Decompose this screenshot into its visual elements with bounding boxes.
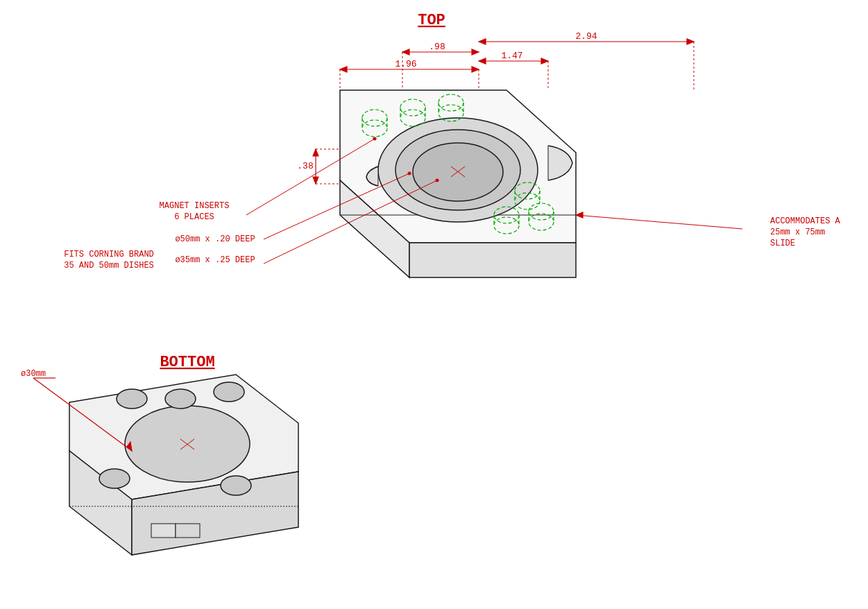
- svg-marker-37: [472, 67, 479, 72]
- svg-point-71: [214, 382, 244, 402]
- svg-line-63: [576, 215, 742, 229]
- svg-rect-75: [151, 524, 176, 538]
- svg-marker-50: [687, 39, 694, 44]
- svg-marker-2: [409, 243, 576, 277]
- dim-1-47: 1.47: [501, 51, 522, 61]
- svg-point-73: [221, 476, 251, 495]
- label-25mm-75mm: 25mm x 75mm: [770, 228, 825, 237]
- svg-marker-53: [313, 149, 318, 156]
- svg-point-60: [408, 172, 411, 175]
- label-accommodates: ACCOMMODATES A: [770, 216, 841, 226]
- dim-98: .98: [429, 42, 445, 52]
- label-magnet-inserts: MAGNET INSERTS: [160, 201, 230, 211]
- bottom-view-label: BOTTOM: [160, 354, 214, 371]
- svg-marker-54: [313, 177, 318, 184]
- svg-rect-76: [176, 524, 200, 538]
- svg-marker-64: [576, 212, 583, 218]
- svg-point-72: [99, 469, 130, 488]
- svg-point-58: [373, 137, 376, 140]
- svg-marker-36: [340, 67, 347, 72]
- svg-marker-42: [472, 49, 479, 55]
- label-slide: SLIDE: [770, 239, 795, 248]
- label-fits-corning: FITS CORNING BRAND: [64, 250, 154, 259]
- dim-38: .38: [297, 161, 313, 171]
- svg-point-74: [165, 389, 196, 409]
- label-35mm: ø35mm x .25 DEEP: [175, 255, 255, 265]
- dim-1-96: 1.96: [395, 59, 416, 69]
- label-50mm: ø50mm x .20 DEEP: [175, 234, 255, 244]
- drawing-container: TOP 1.96 .98 1.47 2.94 .38 MAGNET INSERT…: [0, 0, 868, 609]
- svg-point-70: [117, 389, 147, 409]
- svg-marker-49: [479, 39, 486, 44]
- label-35-50mm-dishes: 35 AND 50mm DISHES: [64, 261, 154, 271]
- dim-2-94: 2.94: [575, 31, 597, 42]
- top-view-label: TOP: [418, 12, 445, 29]
- svg-marker-45: [479, 58, 486, 64]
- svg-point-62: [436, 179, 439, 182]
- label-30mm: ø30mm: [21, 369, 46, 379]
- svg-marker-41: [402, 49, 409, 55]
- label-6-places: 6 PLACES: [174, 212, 214, 222]
- svg-marker-46: [541, 58, 548, 64]
